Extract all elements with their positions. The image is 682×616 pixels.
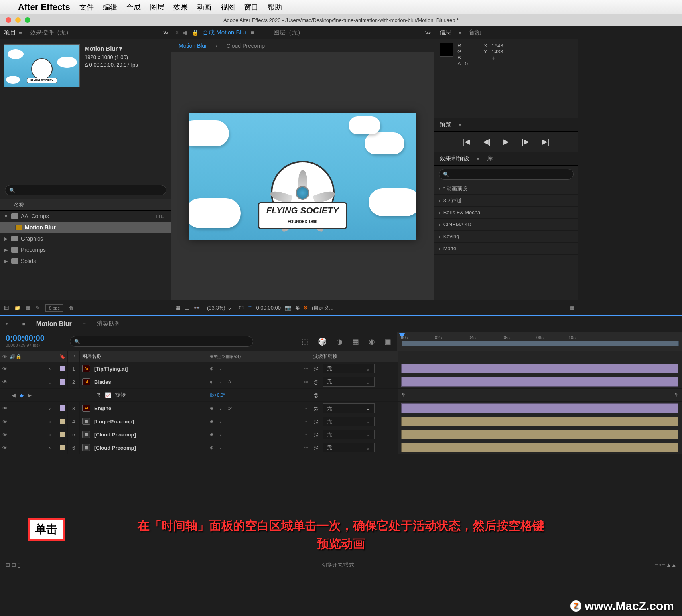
twirl-icon[interactable]: › [49, 405, 51, 411]
layer-row[interactable]: 👁⌄2AiBlades⊕/fx▫▫▫@无⌄ [0, 375, 682, 389]
layer-name[interactable]: [Cloud Precomp] [94, 432, 136, 438]
draft3d-icon[interactable]: 🎲 [318, 337, 327, 346]
comp-mini-flowchart-icon[interactable]: ⬚ [302, 337, 308, 346]
label-color[interactable] [60, 366, 65, 371]
new-folder-icon[interactable]: 📁 [14, 305, 20, 311]
preset-category[interactable]: ›Boris FX Mocha [434, 207, 578, 219]
parent-dropdown[interactable]: 无⌄ [323, 364, 375, 373]
snapshot-icon[interactable]: 📷 [285, 305, 291, 311]
menu-help[interactable]: 帮助 [268, 2, 282, 12]
preset-category[interactable]: ›Keying [434, 231, 578, 243]
preset-category[interactable]: ›3D 声道 [434, 195, 578, 207]
menu-file[interactable]: 文件 [79, 2, 94, 12]
property-row[interactable]: ◀◆▶⏱📈旋转0x+0.0°@⧨⧨ [0, 389, 682, 402]
composition-thumbnail[interactable]: FLYING SOCIETY [4, 44, 80, 87]
layer-duration-bar[interactable] [401, 377, 678, 387]
parent-dropdown[interactable]: 无⌄ [323, 377, 375, 387]
current-timecode[interactable]: 0;00;00;00 [6, 334, 60, 343]
menu-composition[interactable]: 合成 [126, 2, 141, 12]
label-color[interactable] [60, 379, 65, 385]
breadcrumb-active[interactable]: Motion Blur [179, 43, 207, 49]
parent-dropdown[interactable]: 无⌄ [323, 443, 375, 452]
bpc-toggle[interactable]: 8 bpc [45, 304, 63, 312]
zoom-dropdown[interactable]: (33.3%)⌄ [204, 304, 235, 312]
layer-row[interactable]: 👁›6▦[Cloud Precomp]⊕/▫▫▫@无⌄ [0, 441, 682, 454]
next-frame-button[interactable]: |▶ [522, 137, 529, 146]
composition-viewer[interactable]: FLYING SOCIETYFOUNDED 1966 [171, 52, 434, 300]
keyframe-icon[interactable]: ⧨ [401, 392, 406, 398]
close-tab-icon[interactable]: × [175, 29, 179, 36]
twirl-icon[interactable]: › [49, 445, 51, 451]
visibility-eye-icon[interactable]: 👁 [2, 419, 8, 424]
maximize-window-button[interactable] [25, 17, 30, 23]
layer-row[interactable]: 👁›5▦[Cloud Precomp]⊕/▫▫▫@无⌄ [0, 428, 682, 441]
menu-layer[interactable]: 图层 [150, 2, 164, 12]
pickwhip-icon[interactable]: @ [313, 366, 319, 372]
tree-folder-solids[interactable]: ▶Solids [0, 255, 171, 267]
pickwhip-icon[interactable]: @ [313, 405, 319, 411]
app-name[interactable]: After Effects [18, 2, 70, 12]
interpret-footage-icon[interactable]: 🎞 [4, 305, 9, 311]
motion-blur-icon[interactable]: ◉ [369, 337, 375, 346]
preset-category[interactable]: ›CINEMA 4D [434, 219, 578, 231]
layer-row[interactable]: 👁›1Ai[Tip/Flying.ai]⊕/▫▫▫@无⌄ [0, 362, 682, 375]
timeline-tab-active[interactable]: Motion Blur [36, 320, 72, 328]
lock-icon[interactable]: 🔒 [192, 29, 199, 36]
label-color[interactable] [60, 405, 65, 411]
toggle-mask-icon[interactable]: 👓 [193, 305, 200, 311]
twirl-icon[interactable]: ⌄ [48, 379, 52, 385]
layer-row[interactable]: 👁›4▦[Logo-Precomp]⊕/▫▫▫@无⌄ [0, 415, 682, 428]
parent-dropdown[interactable]: 无⌄ [323, 430, 375, 439]
layer-duration-bar[interactable] [401, 403, 678, 413]
timecode-display[interactable]: 0;00;00;00 [256, 305, 281, 311]
layer-row[interactable]: 👁›3AiEngine⊕/fx▫▫▫@无⌄ [0, 402, 682, 415]
tab-info[interactable]: 信息 [440, 29, 451, 36]
tree-folder-precomps[interactable]: ▶Precomps [0, 244, 171, 255]
zoom-slider[interactable]: ━○━ ▲▲ [655, 562, 676, 568]
graph-editor-icon[interactable]: ▣ [384, 337, 391, 346]
twirl-icon[interactable]: › [49, 366, 51, 372]
flowchart-icon[interactable]: ⊓⊔ [156, 213, 165, 219]
pickwhip-icon[interactable]: @ [313, 432, 319, 438]
frame-blend-icon[interactable]: ▦ [352, 337, 359, 346]
project-search-input[interactable]: 🔍 [5, 185, 166, 195]
timeline-search-input[interactable]: 🔍 [70, 336, 253, 347]
pickwhip-icon[interactable]: @ [313, 445, 319, 451]
twirl-icon[interactable]: › [49, 419, 51, 424]
tree-comp-motionblur[interactable]: Motion Blur [0, 222, 171, 233]
last-frame-button[interactable]: ▶| [542, 137, 550, 146]
visibility-eye-icon[interactable]: 👁 [2, 432, 8, 438]
property-value[interactable]: 0x+0.0° [210, 393, 225, 397]
toggle-modes-button[interactable]: 切换开关/模式 [322, 561, 355, 569]
pickwhip-icon[interactable]: @ [313, 379, 319, 385]
layer-name[interactable]: Engine [94, 405, 111, 411]
tab-library[interactable]: 库 [487, 155, 493, 162]
preset-category[interactable]: ›* 动画预设 [434, 183, 578, 195]
menu-animation[interactable]: 动画 [197, 2, 211, 12]
effects-search-input[interactable]: 🔍 [439, 169, 574, 180]
tab-effect-controls[interactable]: 效果控件（无） [26, 26, 76, 39]
graph-icon[interactable]: 📈 [105, 392, 111, 398]
minimize-window-button[interactable] [15, 17, 21, 23]
header-parent[interactable]: 父级和链接 [311, 351, 398, 362]
panel-menu-icon[interactable]: ≡ [250, 29, 254, 36]
layer-duration-bar[interactable] [401, 417, 678, 426]
tab-preview[interactable]: 预览 [440, 121, 451, 128]
comp-tab-label[interactable]: 合成 Motion Blur [203, 29, 246, 36]
tab-audio[interactable]: 音频 [469, 29, 481, 36]
timeline-panel[interactable]: × ■ Motion Blur ≡ 渲染队列 0;00;00;00 00000 … [0, 315, 682, 571]
expand-panel-icon[interactable]: >> [425, 29, 430, 36]
layer-tab[interactable]: 图层（无） [274, 29, 304, 36]
hide-shy-icon[interactable]: ◑ [336, 337, 343, 346]
tab-project[interactable]: 项目≡ [0, 26, 26, 39]
toggle-switches-icon[interactable]: ⊞ ⊡ {} [6, 562, 21, 568]
time-ruler[interactable]: 00s 02s 04s 06s 08s 10s [397, 332, 682, 351]
pickwhip-icon[interactable]: @ [313, 392, 319, 398]
layer-name[interactable]: Blades [94, 379, 111, 385]
toggle-alpha-icon[interactable]: 🖵 [184, 305, 189, 311]
prev-frame-button[interactable]: ◀| [483, 137, 491, 146]
menu-view[interactable]: 视图 [221, 2, 235, 12]
preset-category[interactable]: ›Matte [434, 243, 578, 255]
property-name[interactable]: 旋转 [115, 391, 126, 399]
resolution-icon[interactable]: ⬚ [239, 305, 244, 311]
